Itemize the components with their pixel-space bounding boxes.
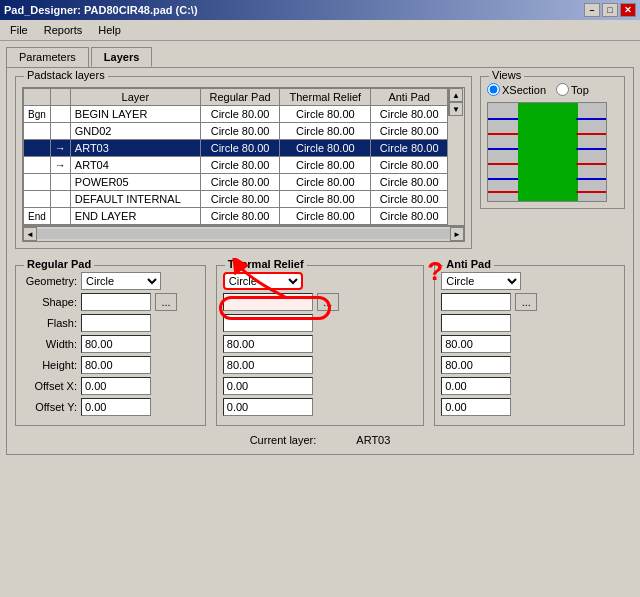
scroll-down-button[interactable]: ▼ bbox=[449, 102, 463, 116]
anti-pad-label: Anti Pad bbox=[443, 258, 494, 270]
thermal-offsetx-input[interactable] bbox=[223, 377, 313, 395]
row-arrow bbox=[50, 123, 70, 140]
row-prefix bbox=[24, 123, 51, 140]
thermal-height-row bbox=[223, 356, 417, 374]
radio-top[interactable]: Top bbox=[556, 83, 589, 96]
regular-width-row: Width: bbox=[22, 335, 199, 353]
row-antipad: Circle 80.00 bbox=[371, 157, 448, 174]
thermal-relief-group: Thermal Relief Circle ... bbox=[216, 265, 424, 426]
hscroll-track[interactable] bbox=[37, 229, 450, 239]
anti-width-input[interactable] bbox=[441, 335, 511, 353]
row-layer-name: BEGIN LAYER bbox=[70, 106, 200, 123]
xsection-line bbox=[576, 163, 606, 165]
tab-content-layers: Padstack layers Layer Regular Pad bbox=[6, 67, 634, 455]
row-regular: Circle 80.00 bbox=[200, 123, 279, 140]
regular-offsetx-label: Offset X: bbox=[22, 380, 77, 392]
regular-width-input[interactable] bbox=[81, 335, 151, 353]
thermal-offsety-input[interactable] bbox=[223, 398, 313, 416]
table-row[interactable]: Bgn BEGIN LAYER Circle 80.00 Circle 80.0… bbox=[24, 106, 448, 123]
row-prefix: Bgn bbox=[24, 106, 51, 123]
scroll-left-button[interactable]: ◄ bbox=[23, 227, 37, 241]
regular-shape-dots-button[interactable]: ... bbox=[155, 293, 177, 311]
regular-geometry-select[interactable]: Circle bbox=[81, 272, 161, 290]
title-bar: Pad_Designer: PAD80CIR48.pad (C:\) – □ ✕ bbox=[0, 0, 640, 20]
current-layer-value: ART03 bbox=[356, 434, 390, 446]
xsection-line bbox=[488, 163, 518, 165]
row-layer-name: POWER05 bbox=[70, 174, 200, 191]
minimize-button[interactable]: – bbox=[584, 3, 600, 17]
thermal-geometry-row: Circle bbox=[223, 272, 417, 290]
scroll-up-button[interactable]: ▲ bbox=[449, 88, 463, 102]
regular-offsetx-input[interactable] bbox=[81, 377, 151, 395]
scroll-right-button[interactable]: ► bbox=[450, 227, 464, 241]
thermal-shape-dots-button[interactable]: ... bbox=[317, 293, 339, 311]
anti-flash-input[interactable] bbox=[441, 314, 511, 332]
thermal-flash-input[interactable] bbox=[223, 314, 313, 332]
layers-table-wrapper: Layer Regular Pad Thermal Relief Anti Pa… bbox=[23, 88, 448, 225]
radio-top-input[interactable] bbox=[556, 83, 569, 96]
anti-height-row bbox=[441, 356, 618, 374]
anti-geometry-select[interactable]: Circle bbox=[441, 272, 521, 290]
thermal-geometry-select[interactable]: Circle bbox=[223, 272, 303, 290]
anti-shape-dots-button[interactable]: ... bbox=[515, 293, 537, 311]
menu-help[interactable]: Help bbox=[94, 22, 125, 38]
table-row[interactable]: → ART04 Circle 80.00 Circle 80.00 Circle… bbox=[24, 157, 448, 174]
menu-reports[interactable]: Reports bbox=[40, 22, 87, 38]
table-row[interactable]: End END LAYER Circle 80.00 Circle 80.00 … bbox=[24, 208, 448, 225]
row-thermal: Circle 80.00 bbox=[280, 208, 371, 225]
table-row[interactable]: DEFAULT INTERNAL Circle 80.00 Circle 80.… bbox=[24, 191, 448, 208]
padstack-layers-label: Padstack layers bbox=[24, 69, 108, 81]
row-antipad: Circle 80.00 bbox=[371, 208, 448, 225]
radio-xsection-input[interactable] bbox=[487, 83, 500, 96]
window-controls: – □ ✕ bbox=[584, 3, 636, 17]
table-row[interactable]: POWER05 Circle 80.00 Circle 80.00 Circle… bbox=[24, 174, 448, 191]
anti-geometry-row: Circle bbox=[441, 272, 618, 290]
vertical-scrollbar[interactable]: ▲ ▼ bbox=[448, 88, 464, 116]
thermal-height-input[interactable] bbox=[223, 356, 313, 374]
anti-pad-group: Anti Pad Circle ... bbox=[434, 265, 625, 426]
row-antipad: Circle 80.00 bbox=[371, 123, 448, 140]
menu-file[interactable]: File bbox=[6, 22, 32, 38]
bottom-section: Regular Pad Geometry: Circle Shape: ... … bbox=[15, 265, 625, 426]
table-row[interactable]: → ART03 Circle 80.00 Circle 80.00 Circle… bbox=[24, 140, 448, 157]
layers-table-container: Layer Regular Pad Thermal Relief Anti Pa… bbox=[22, 87, 465, 226]
regular-height-label: Height: bbox=[22, 359, 77, 371]
regular-flash-input[interactable] bbox=[81, 314, 151, 332]
row-antipad: Circle 80.00 bbox=[371, 106, 448, 123]
row-arrow bbox=[50, 191, 70, 208]
regular-shape-row: Shape: ... bbox=[22, 293, 199, 311]
col-thermal: Thermal Relief bbox=[280, 89, 371, 106]
row-layer-name: DEFAULT INTERNAL bbox=[70, 191, 200, 208]
regular-flash-row: Flash: bbox=[22, 314, 199, 332]
thermal-width-input[interactable] bbox=[223, 335, 313, 353]
window-title: Pad_Designer: PAD80CIR48.pad (C:\) bbox=[4, 4, 198, 16]
tab-bar: Parameters Layers bbox=[6, 47, 634, 67]
regular-shape-label: Shape: bbox=[22, 296, 77, 308]
regular-height-input[interactable] bbox=[81, 356, 151, 374]
anti-height-input[interactable] bbox=[441, 356, 511, 374]
radio-xsection[interactable]: XSection bbox=[487, 83, 546, 96]
row-layer-name: END LAYER bbox=[70, 208, 200, 225]
tab-layers[interactable]: Layers bbox=[91, 47, 152, 67]
table-row[interactable]: GND02 Circle 80.00 Circle 80.00 Circle 8… bbox=[24, 123, 448, 140]
tab-parameters[interactable]: Parameters bbox=[6, 47, 89, 67]
row-thermal: Circle 80.00 bbox=[280, 191, 371, 208]
xsection-line bbox=[488, 178, 518, 180]
regular-pad-group: Regular Pad Geometry: Circle Shape: ... … bbox=[15, 265, 206, 426]
col-arrow bbox=[50, 89, 70, 106]
anti-shape-input[interactable] bbox=[441, 293, 511, 311]
horizontal-scrollbar[interactable]: ◄ ► bbox=[22, 226, 465, 242]
regular-shape-input[interactable] bbox=[81, 293, 151, 311]
row-prefix: End bbox=[24, 208, 51, 225]
maximize-button[interactable]: □ bbox=[602, 3, 618, 17]
anti-offsetx-input[interactable] bbox=[441, 377, 511, 395]
row-thermal: Circle 80.00 bbox=[280, 140, 371, 157]
regular-offsety-row: Offset Y: bbox=[22, 398, 199, 416]
close-button[interactable]: ✕ bbox=[620, 3, 636, 17]
regular-offsety-input[interactable] bbox=[81, 398, 151, 416]
row-arrow: → bbox=[50, 140, 70, 157]
row-prefix bbox=[24, 157, 51, 174]
thermal-shape-row: ... bbox=[223, 293, 417, 311]
anti-offsety-input[interactable] bbox=[441, 398, 511, 416]
thermal-shape-input[interactable] bbox=[223, 293, 313, 311]
